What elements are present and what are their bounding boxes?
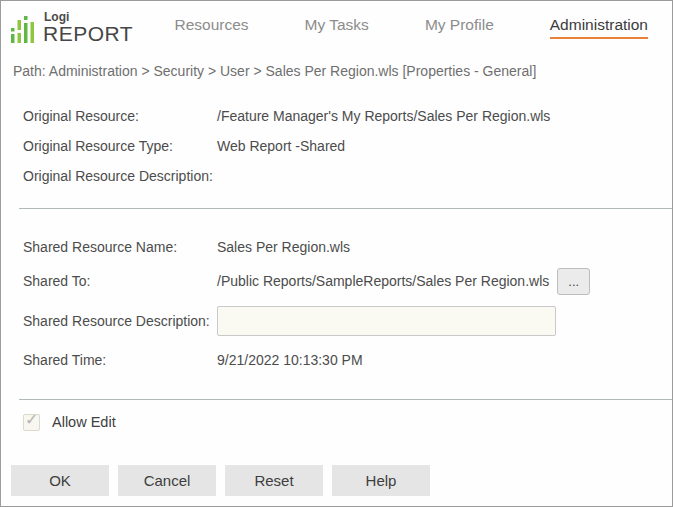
logo-text: Logi REPORT: [43, 11, 133, 44]
nav-item-my-tasks[interactable]: My Tasks: [305, 16, 369, 39]
logi-equalizer-icon: [11, 12, 39, 44]
shared-resource-name-label: Shared Resource Name:: [23, 239, 217, 255]
allow-edit-checkbox[interactable]: ✓: [23, 414, 40, 431]
original-resource-row: Original Resource: /Feature Manager's My…: [1, 101, 672, 131]
logo-word-report: REPORT: [43, 23, 133, 44]
original-resource-description-row: Original Resource Description:: [1, 161, 672, 191]
breadcrumb: Path: Administration > Security > User >…: [1, 53, 672, 89]
shared-time-label: Shared Time:: [23, 352, 217, 368]
section-divider: [19, 399, 672, 400]
allow-edit-label: Allow Edit: [52, 414, 116, 430]
nav-item-administration[interactable]: Administration: [550, 16, 648, 39]
help-button[interactable]: Help: [332, 465, 430, 496]
properties-general-page: Logi REPORT Resources My Tasks My Profil…: [0, 0, 673, 507]
shared-resource-name-value: Sales Per Region.wls: [217, 239, 350, 255]
main-nav: Resources My Tasks My Profile Administra…: [174, 16, 648, 39]
original-resource-description-label: Original Resource Description:: [23, 168, 217, 184]
shared-resource-description-label: Shared Resource Description:: [23, 313, 217, 329]
allow-edit-row: ✓ Allow Edit: [1, 410, 672, 434]
shared-resource-description-row: Shared Resource Description:: [1, 299, 672, 343]
original-resource-label: Original Resource:: [23, 108, 217, 124]
shared-resource-description-input[interactable]: [217, 306, 556, 336]
cancel-button[interactable]: Cancel: [118, 465, 216, 496]
logo-word-logi: Logi: [44, 11, 133, 23]
shared-to-value: /Public Reports/SampleReports/Sales Per …: [217, 273, 549, 289]
action-buttons: OK Cancel Reset Help: [1, 465, 672, 496]
ok-button[interactable]: OK: [11, 465, 109, 496]
shared-to-label: Shared To:: [23, 273, 217, 289]
nav-item-resources[interactable]: Resources: [174, 16, 248, 39]
browse-button[interactable]: ...: [557, 268, 590, 295]
logi-report-logo[interactable]: Logi REPORT: [11, 11, 133, 44]
original-resource-value: /Feature Manager's My Reports/Sales Per …: [217, 108, 550, 124]
shared-time-row: Shared Time: 9/21/2022 10:13:30 PM: [1, 343, 672, 377]
shared-resource-name-row: Shared Resource Name: Sales Per Region.w…: [1, 231, 672, 263]
nav-item-my-profile[interactable]: My Profile: [425, 16, 494, 39]
shared-resource-section: Shared Resource Name: Sales Per Region.w…: [1, 209, 672, 377]
checkmark-icon: ✓: [25, 410, 38, 429]
shared-to-row: Shared To: /Public Reports/SampleReports…: [1, 263, 672, 299]
header: Logi REPORT Resources My Tasks My Profil…: [1, 1, 672, 53]
original-resource-section: Original Resource: /Feature Manager's My…: [1, 89, 672, 191]
original-resource-type-value: Web Report -Shared: [217, 138, 345, 154]
original-resource-type-row: Original Resource Type: Web Report -Shar…: [1, 131, 672, 161]
reset-button[interactable]: Reset: [225, 465, 323, 496]
original-resource-type-label: Original Resource Type:: [23, 138, 217, 154]
shared-time-value: 9/21/2022 10:13:30 PM: [217, 352, 363, 368]
